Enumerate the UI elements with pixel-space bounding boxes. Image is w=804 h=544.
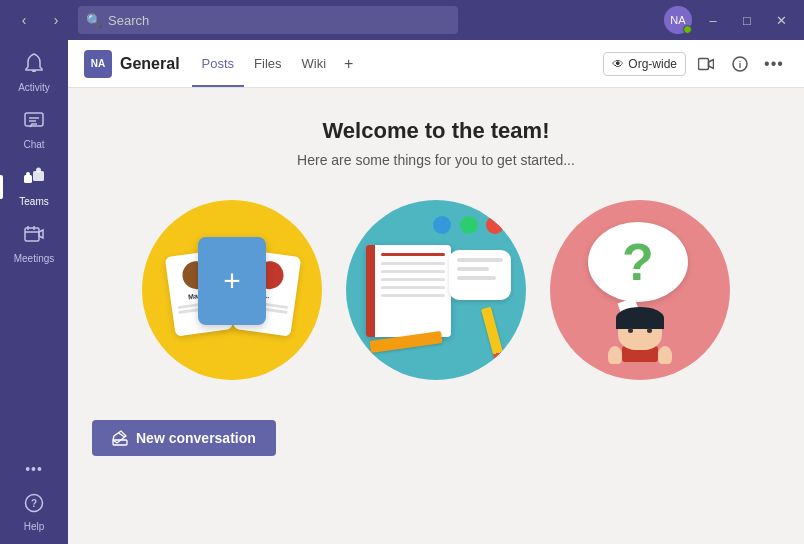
- meetings-icon: [23, 223, 45, 250]
- channel-tabs: Posts Files Wiki +: [192, 42, 362, 86]
- add-tab-button[interactable]: +: [336, 47, 361, 81]
- illustrations: Marine + ...: [142, 200, 730, 380]
- forward-button[interactable]: ›: [42, 6, 70, 34]
- sidebar-item-activity[interactable]: Activity: [0, 44, 68, 101]
- more-icon: •••: [25, 461, 43, 477]
- svg-text:?: ?: [31, 498, 37, 509]
- eye-right: [647, 328, 652, 333]
- svg-rect-8: [25, 228, 39, 241]
- sidebar-item-meetings[interactable]: Meetings: [0, 215, 68, 272]
- teams-icon: [23, 166, 45, 193]
- bottom-toolbar: New conversation: [88, 420, 784, 456]
- sidebar: Activity Chat: [0, 40, 68, 544]
- new-conversation-button[interactable]: New conversation: [92, 420, 276, 456]
- illustration-add-members: Marine + ...: [142, 200, 322, 380]
- channel-name: General: [120, 55, 180, 73]
- nav-buttons: ‹ ›: [10, 6, 70, 34]
- card-main: +: [198, 237, 266, 325]
- illustration-notebook: [346, 200, 526, 380]
- welcome-title: Welcome to the team!: [323, 118, 550, 144]
- notebook: [366, 245, 451, 337]
- question-bubble: ?: [588, 222, 688, 302]
- sidebar-item-chat[interactable]: Chat: [0, 101, 68, 158]
- svg-point-7: [26, 172, 30, 176]
- person-hair: [616, 307, 664, 329]
- back-button[interactable]: ‹: [10, 6, 38, 34]
- tab-wiki[interactable]: Wiki: [292, 42, 337, 87]
- org-wide-icon: 👁: [612, 57, 624, 71]
- sidebar-item-teams[interactable]: Teams: [0, 158, 68, 215]
- help-icon: ?: [24, 493, 44, 518]
- teal-inner: [356, 210, 516, 370]
- avatar[interactable]: NA: [664, 6, 692, 34]
- sidebar-meetings-label: Meetings: [14, 253, 55, 264]
- titlebar-right: NA – □ ✕: [664, 6, 794, 34]
- person-face: [618, 312, 662, 350]
- question-mark: ?: [622, 236, 654, 288]
- svg-text:i: i: [739, 60, 742, 70]
- chat-icon: [23, 109, 45, 136]
- info-button[interactable]: i: [726, 50, 754, 78]
- sidebar-teams-label: Teams: [19, 196, 48, 207]
- search-input[interactable]: [78, 6, 458, 34]
- ellipsis-icon: •••: [764, 55, 784, 73]
- more-options-button[interactable]: •••: [760, 50, 788, 78]
- sidebar-item-more[interactable]: •••: [0, 453, 68, 485]
- pencil: [481, 307, 505, 363]
- yellow-inner: Marine + ...: [162, 225, 302, 355]
- welcome-subtitle: Here are some things for you to get star…: [297, 152, 575, 168]
- sidebar-help-label: Help: [24, 521, 45, 532]
- sidebar-chat-label: Chat: [23, 139, 44, 150]
- activity-icon: [23, 52, 45, 79]
- svg-rect-14: [699, 58, 709, 69]
- svg-rect-0: [32, 70, 36, 72]
- paint-blobs: [431, 214, 506, 240]
- close-button[interactable]: ✕: [768, 7, 794, 33]
- channel-header: NA General Posts Files Wiki + 👁 Org-wide: [68, 40, 804, 88]
- hand-right: [658, 346, 672, 364]
- edit-icon: [112, 430, 128, 446]
- search-wrapper: 🔍: [78, 6, 458, 34]
- eye-left: [628, 328, 633, 333]
- pink-inner: ?: [560, 210, 720, 370]
- hand-left: [608, 346, 622, 364]
- sidebar-activity-label: Activity: [18, 82, 50, 93]
- speech-bubble: [449, 250, 511, 300]
- minimize-button[interactable]: –: [700, 7, 726, 33]
- person: [608, 312, 672, 364]
- header-actions: 👁 Org-wide i •••: [603, 50, 788, 78]
- sidebar-item-help[interactable]: ? Help: [0, 485, 68, 540]
- tab-files[interactable]: Files: [244, 42, 291, 87]
- org-wide-button[interactable]: 👁 Org-wide: [603, 52, 686, 76]
- main-layout: Activity Chat: [0, 40, 804, 544]
- svg-point-6: [36, 168, 41, 173]
- tab-posts[interactable]: Posts: [192, 42, 245, 87]
- titlebar: ‹ › 🔍 NA – □ ✕: [0, 0, 804, 40]
- welcome-area: Welcome to the team! Here are some thing…: [68, 88, 804, 544]
- titlebar-left: ‹ › 🔍: [10, 6, 458, 34]
- maximize-button[interactable]: □: [734, 7, 760, 33]
- content-area: NA General Posts Files Wiki + 👁 Org-wide: [68, 40, 804, 544]
- video-call-button[interactable]: [692, 50, 720, 78]
- svg-rect-4: [24, 175, 32, 183]
- active-indicator: [0, 175, 3, 199]
- illustration-help: ?: [550, 200, 730, 380]
- online-badge: [683, 25, 692, 34]
- channel-avatar: NA: [84, 50, 112, 78]
